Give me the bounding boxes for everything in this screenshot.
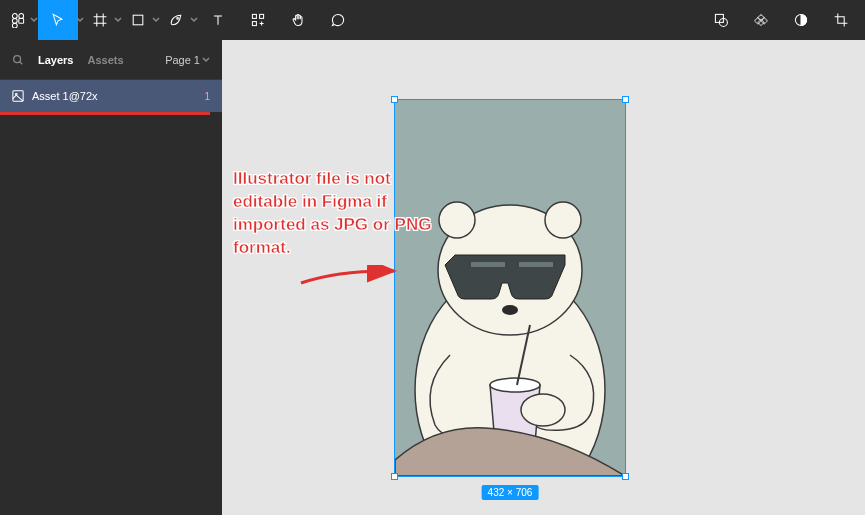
chevron-down-icon <box>30 16 38 24</box>
boolean-button[interactable] <box>741 0 781 40</box>
layer-name: Asset 1@72x <box>32 90 196 102</box>
pen-tool-button[interactable] <box>160 0 192 40</box>
left-sidebar: Layers Assets Page 1 Asset 1@72x 1 <box>0 40 222 515</box>
comment-tool-button[interactable] <box>318 0 358 40</box>
svg-rect-8 <box>260 14 264 18</box>
svg-rect-3 <box>19 18 24 23</box>
selection-handle-tr[interactable] <box>622 96 629 103</box>
chevron-down-icon <box>114 16 122 24</box>
page-selector[interactable]: Page 1 <box>165 54 210 66</box>
sidebar-header: Layers Assets Page 1 <box>0 40 222 80</box>
svg-rect-0 <box>12 14 17 19</box>
svg-rect-7 <box>252 14 256 18</box>
svg-point-13 <box>14 55 21 62</box>
svg-rect-2 <box>12 18 17 23</box>
shape-tool-button[interactable] <box>122 0 154 40</box>
text-tool-button[interactable] <box>198 0 238 40</box>
page-label: Page 1 <box>165 54 200 66</box>
svg-rect-1 <box>19 14 24 19</box>
svg-rect-4 <box>12 23 17 28</box>
selection-handle-br[interactable] <box>622 473 629 480</box>
layer-badge: 1 <box>204 91 210 102</box>
canvas-area[interactable]: 432 × 706 Illustrator file is not editab… <box>222 40 865 515</box>
move-tool-button[interactable] <box>38 0 78 40</box>
annotation-arrow <box>299 265 399 295</box>
toolbar-right-group <box>701 0 861 40</box>
svg-rect-9 <box>252 22 256 26</box>
image-icon <box>12 90 24 102</box>
hand-tool-button[interactable] <box>278 0 318 40</box>
frame-tool-button[interactable] <box>84 0 116 40</box>
contrast-button[interactable] <box>781 0 821 40</box>
crop-button[interactable] <box>821 0 861 40</box>
resources-tool-button[interactable] <box>238 0 278 40</box>
annotation-text: Illustrator file is not editable in Figm… <box>233 168 443 260</box>
selection-outline <box>395 100 625 476</box>
mask-button[interactable] <box>701 0 741 40</box>
svg-point-6 <box>177 18 179 20</box>
chevron-down-icon <box>190 16 198 24</box>
chevron-down-icon <box>202 56 210 64</box>
tab-assets[interactable]: Assets <box>87 54 123 66</box>
top-toolbar <box>0 0 865 40</box>
tab-layers[interactable]: Layers <box>38 54 73 66</box>
annotation-underline <box>0 112 210 115</box>
svg-rect-5 <box>133 15 143 25</box>
selection-handle-bl[interactable] <box>391 473 398 480</box>
search-icon[interactable] <box>12 54 24 66</box>
chevron-down-icon <box>76 16 84 24</box>
selected-image[interactable]: 432 × 706 <box>395 100 625 476</box>
toolbar-left-group <box>4 0 358 40</box>
chevron-down-icon <box>152 16 160 24</box>
main-menu-button[interactable] <box>4 0 32 40</box>
selection-handle-tl[interactable] <box>391 96 398 103</box>
layer-row[interactable]: Asset 1@72x 1 <box>0 80 222 112</box>
dimensions-badge: 432 × 706 <box>482 485 539 500</box>
